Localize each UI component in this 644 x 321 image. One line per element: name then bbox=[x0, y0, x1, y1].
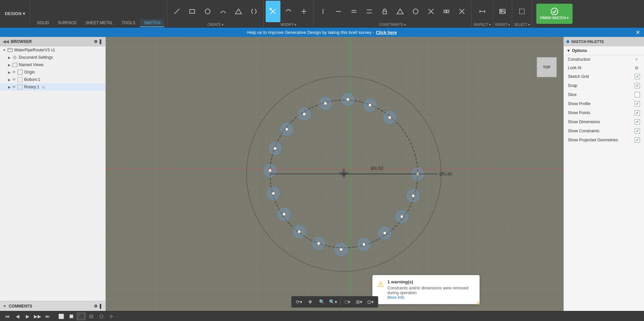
rectangle-tool[interactable] bbox=[185, 1, 200, 22]
browser-named-views[interactable]: ▶ Named Views bbox=[0, 61, 105, 68]
play-btn[interactable]: ▶ bbox=[23, 312, 32, 320]
play-start-btn[interactable]: ⏮ bbox=[3, 312, 12, 320]
survey-link[interactable]: Click here bbox=[376, 30, 397, 35]
display-mode[interactable]: □▾ bbox=[342, 297, 353, 306]
origin-eye[interactable]: 👁 bbox=[12, 70, 16, 75]
play-prev-btn[interactable]: ◀ bbox=[13, 312, 22, 320]
show-constraints-checkbox[interactable]: ✓ bbox=[635, 128, 640, 134]
triangle-tool[interactable] bbox=[231, 1, 246, 22]
angle-constraint[interactable] bbox=[393, 1, 408, 22]
comments-expand-btn[interactable]: ▼ bbox=[3, 304, 7, 309]
view-cube-face[interactable]: TOP bbox=[537, 57, 557, 77]
show-points-checkbox[interactable]: ✓ bbox=[635, 110, 640, 116]
symmetric-constraint[interactable] bbox=[439, 1, 454, 22]
component-btn[interactable]: ⬡ bbox=[97, 312, 106, 320]
zoom-tool[interactable]: 🔍 bbox=[317, 297, 327, 306]
browser-origin[interactable]: ▶ 👁 Origin bbox=[0, 68, 105, 76]
svg-point-28 bbox=[551, 8, 558, 15]
sketch-palette-header: SKETCH PALETTE bbox=[564, 37, 644, 46]
finish-sketch-label: FINISH SKETCH ▾ bbox=[540, 16, 569, 20]
browser-collapse-btn[interactable]: ◀◀ bbox=[3, 39, 9, 44]
tab-solid[interactable]: SOLID bbox=[33, 19, 53, 27]
show-projected-checkbox[interactable]: ✓ bbox=[635, 137, 640, 143]
named-views-label: Named Views bbox=[19, 62, 44, 67]
zoom-dropdown[interactable]: 🔍▾ bbox=[328, 297, 338, 306]
comments-settings[interactable]: ⚙ bbox=[94, 304, 98, 309]
orbit-tool[interactable]: ⟳▾ bbox=[294, 297, 304, 306]
tab-sketch[interactable]: SKETCH bbox=[140, 19, 164, 27]
equal-constraint[interactable] bbox=[346, 1, 361, 22]
shaded-btn[interactable]: 🔲 bbox=[66, 312, 76, 320]
view-cube[interactable]: TOP bbox=[537, 57, 557, 77]
play-end-btn[interactable]: ⏭ bbox=[43, 312, 52, 320]
show-profile-label: Show Profile bbox=[568, 101, 635, 106]
modify-label: MODIFY ▾ bbox=[281, 23, 296, 27]
wireframe-btn[interactable]: ⬜ bbox=[56, 312, 66, 320]
snap-checkbox[interactable]: ✓ bbox=[635, 83, 640, 88]
parallel-constraint[interactable] bbox=[362, 1, 377, 22]
line-tool[interactable] bbox=[169, 1, 184, 22]
circle-constraint[interactable] bbox=[408, 1, 423, 22]
warning-more-info-link[interactable]: More Info bbox=[387, 295, 405, 300]
show-constraints-label: Show Constraints bbox=[568, 129, 635, 133]
svg-line-0 bbox=[174, 9, 179, 14]
break-tool[interactable] bbox=[297, 1, 311, 22]
show-profile-checkbox[interactable]: ✓ bbox=[635, 101, 640, 106]
finish-sketch-button[interactable]: FINISH SKETCH ▾ bbox=[536, 4, 573, 24]
sketch-view-btn[interactable]: ⊡ bbox=[87, 312, 96, 320]
bottom-bar: ⏮ ◀ ▶ ▶▶ ⏭ ⬜ 🔲 ⬛ ⊡ ⬡ ⊹ bbox=[0, 311, 644, 321]
construction-icon[interactable]: < bbox=[633, 57, 640, 62]
design-menu[interactable]: DESIGN ▾ bbox=[0, 0, 30, 27]
extend-tool[interactable] bbox=[281, 1, 296, 22]
measure-tool[interactable] bbox=[475, 1, 490, 22]
tangent-constraint[interactable] bbox=[424, 1, 438, 22]
survey-close-button[interactable]: ✕ bbox=[636, 29, 640, 36]
viewport-options[interactable]: ⊡▾ bbox=[365, 297, 375, 306]
comments-collapse[interactable]: ▌ bbox=[100, 304, 103, 309]
constraints-label: CONSTRAINTS ▾ bbox=[379, 23, 406, 27]
look-at-icon[interactable]: ⊞ bbox=[633, 65, 640, 70]
modify-icons bbox=[266, 1, 311, 22]
browser-root-item[interactable]: ▼ WaterPipeRouterV3 v1 bbox=[0, 46, 105, 54]
rotary1-eye[interactable]: 👁 bbox=[12, 85, 16, 89]
insert-image-tool[interactable] bbox=[495, 1, 510, 22]
inspect-icons bbox=[475, 1, 490, 22]
select-tool[interactable] bbox=[515, 1, 529, 22]
look-at-label: Look At bbox=[568, 65, 633, 70]
slice-checkbox[interactable] bbox=[635, 92, 640, 97]
survey-bar: Help us to improve Generative Design by … bbox=[0, 28, 644, 37]
cursor-btn[interactable]: ⊹ bbox=[107, 312, 116, 320]
project-tool[interactable] bbox=[454, 1, 469, 22]
bottom1-eye[interactable]: 👁 bbox=[12, 77, 16, 82]
tab-sheet-metal[interactable]: SHEET METAL bbox=[82, 19, 117, 27]
options-section[interactable]: ▼ Options bbox=[564, 46, 644, 55]
sketch-grid-checkbox[interactable]: ✓ bbox=[635, 74, 640, 79]
browser-doc-settings[interactable]: ▶ Document Settings bbox=[0, 54, 105, 61]
doc-settings-label: Document Settings bbox=[19, 55, 53, 60]
browser-bottom1[interactable]: ▶ 👁 Bottom:1 bbox=[0, 76, 105, 83]
shaded-edges-btn[interactable]: ⬛ bbox=[76, 312, 86, 320]
trim-tool[interactable] bbox=[266, 1, 280, 22]
tab-surface[interactable]: SURFACE bbox=[54, 19, 81, 27]
browser-rotary1[interactable]: ▶ 👁 Rotary:1 ◎ bbox=[0, 83, 105, 91]
svg-rect-29 bbox=[8, 48, 12, 52]
browser-expand-btn[interactable]: ▌ bbox=[100, 39, 103, 44]
tab-tools[interactable]: TOOLS bbox=[118, 19, 139, 27]
play-next-btn[interactable]: ▶▶ bbox=[33, 312, 42, 320]
doc-settings-expand: ▶ bbox=[8, 56, 11, 59]
horizontal-constraint[interactable] bbox=[331, 1, 346, 22]
top-menu-bar: DESIGN ▾ SOLID SURFACE SHEET METAL TOOLS… bbox=[0, 0, 644, 28]
slice-label: Slice bbox=[568, 92, 635, 97]
lock-constraint[interactable] bbox=[377, 1, 392, 22]
arc-tool[interactable] bbox=[216, 1, 230, 22]
show-dimensions-checkbox[interactable]: ✓ bbox=[635, 119, 640, 125]
pan-tool[interactable]: ✥ bbox=[305, 297, 315, 306]
bracket-tool[interactable] bbox=[247, 1, 261, 22]
insert-icons bbox=[495, 1, 510, 22]
canvas-area[interactable]: Ø4.60 Ø0.40 TOP ⚠ 1 warning(s) Constrain… bbox=[106, 37, 564, 311]
vertical-constraint[interactable] bbox=[316, 1, 330, 22]
modify-group: MODIFY ▾ bbox=[264, 0, 314, 27]
grid-display[interactable]: ⊞▾ bbox=[354, 297, 364, 306]
circle-tool[interactable] bbox=[200, 1, 215, 22]
browser-settings-btn[interactable]: ⚙ bbox=[94, 39, 98, 44]
